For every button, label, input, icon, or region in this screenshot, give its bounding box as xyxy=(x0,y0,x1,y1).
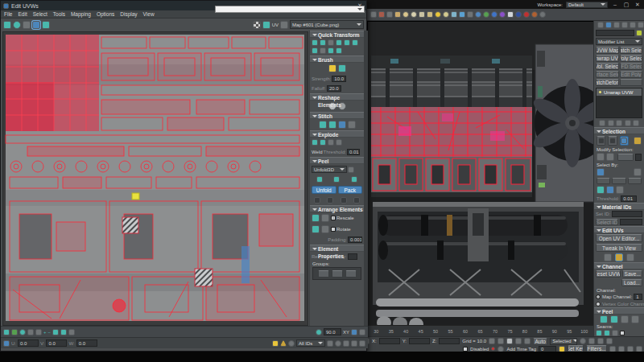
y-coordinate-field[interactable] xyxy=(409,338,430,344)
minimize-icon[interactable]: – xyxy=(611,2,619,7)
show-map-icon[interactable] xyxy=(262,21,270,29)
sphere-icon[interactable] xyxy=(402,11,409,18)
play-icon[interactable] xyxy=(506,338,513,344)
freeform-tool-icon[interactable] xyxy=(32,21,40,29)
x-coordinate-field[interactable] xyxy=(379,338,400,344)
utilities-tab-icon[interactable] xyxy=(638,22,644,28)
stitch-header[interactable]: Stitch xyxy=(310,112,364,119)
snap-icon[interactable] xyxy=(288,340,295,347)
loop-spinner[interactable] xyxy=(635,154,642,161)
rearrange-icon[interactable] xyxy=(312,225,320,233)
go-to-end-icon[interactable] xyxy=(524,338,530,344)
v-field[interactable]: 0.0 xyxy=(46,339,67,347)
shrink-icon[interactable]: − xyxy=(48,330,52,335)
reset-peel-icon[interactable] xyxy=(348,167,354,173)
edge-loop-icon[interactable] xyxy=(52,329,59,335)
grow-selection-icon[interactable] xyxy=(597,153,605,161)
align-to-edge-icon[interactable] xyxy=(328,47,334,54)
zoom-region-icon[interactable] xyxy=(343,340,349,347)
material-editor-icon[interactable] xyxy=(499,11,506,18)
edit-seams-icon[interactable] xyxy=(596,330,602,336)
uv-triangle-icon[interactable] xyxy=(626,253,634,261)
loop-button[interactable] xyxy=(617,154,634,161)
workspace-dropdown[interactable]: Default xyxy=(566,2,608,8)
menu-item[interactable]: Select xyxy=(33,11,47,17)
layer-manager-icon[interactable] xyxy=(467,11,473,18)
grow-icon[interactable]: + xyxy=(43,330,47,335)
align-element-icon[interactable] xyxy=(328,39,334,46)
polygon-subobject-button[interactable] xyxy=(620,136,629,146)
named-selection-combobox[interactable] xyxy=(215,6,365,13)
element-properties-header[interactable]: Element Properties xyxy=(310,245,364,252)
peel-mode-icon[interactable] xyxy=(610,315,618,323)
panel-scrollbar[interactable] xyxy=(364,31,368,326)
modifier-button[interactable]: Unwrap UVW xyxy=(596,55,619,62)
texture-map-dropdown[interactable]: Map #601 (Cube.png) xyxy=(290,20,364,29)
align-vertical-icon[interactable] xyxy=(320,39,326,46)
weld-all-icon[interactable] xyxy=(320,139,326,146)
by-element-icon[interactable] xyxy=(634,137,642,145)
space-vertical-icon[interactable] xyxy=(312,47,318,54)
padding-field[interactable]: 0.001 xyxy=(348,237,362,243)
falloff-field[interactable]: 20.0 xyxy=(327,85,341,92)
schematic-view-icon[interactable] xyxy=(491,11,497,18)
uv-canvas[interactable] xyxy=(2,31,308,326)
teapot-icon[interactable] xyxy=(435,11,441,18)
select-by-planar-icon[interactable] xyxy=(597,168,605,176)
falloff-type-icon[interactable] xyxy=(19,329,26,335)
quick-peel-icon[interactable] xyxy=(600,315,608,323)
make-unique-icon[interactable] xyxy=(616,120,622,126)
reset-uvws-button[interactable]: Reset UVWs xyxy=(596,270,621,278)
display-tab-icon[interactable] xyxy=(630,22,636,28)
pelt-map-icon[interactable] xyxy=(621,315,629,323)
move-tool-icon[interactable] xyxy=(3,21,11,29)
timeline[interactable]: 3035404550556065707580859095100 xyxy=(367,325,593,336)
rescale-checkbox[interactable] xyxy=(331,216,336,220)
strength-field[interactable]: 10.0 xyxy=(332,76,346,82)
absolute-mode-icon[interactable] xyxy=(3,340,10,347)
modifier-stack[interactable]: Unwrap UVW xyxy=(596,88,642,118)
modifier-button[interactable]: Poly Select xyxy=(620,55,643,62)
map-channel-radio[interactable] xyxy=(596,294,601,299)
vertex-snap-icon[interactable] xyxy=(359,329,365,335)
rotate-snap-icon[interactable] xyxy=(316,329,322,335)
object-color-swatch[interactable] xyxy=(636,30,642,36)
menu-item[interactable]: Tools xyxy=(53,11,65,17)
go-to-start-icon[interactable] xyxy=(489,338,495,344)
save-button[interactable]: Save... xyxy=(622,270,642,278)
peel-mode-icon[interactable] xyxy=(333,176,340,183)
z-coordinate-field[interactable] xyxy=(439,338,460,344)
toggle-ribbon-icon[interactable] xyxy=(475,11,481,18)
disabled-checkbox[interactable] xyxy=(463,347,468,352)
expand-uv-icon[interactable] xyxy=(606,186,614,194)
u-field[interactable]: 0.0 xyxy=(18,339,39,347)
render-icon[interactable] xyxy=(523,11,530,18)
hierarchy-tab-icon[interactable] xyxy=(613,22,620,28)
close-icon[interactable]: ✕ xyxy=(634,2,642,8)
modifier-stack-row[interactable]: Unwrap UVW xyxy=(597,88,642,96)
rotate-angle-field[interactable]: 90.0 xyxy=(324,328,341,335)
create-tab-icon[interactable] xyxy=(597,22,604,28)
falloff-space-icon[interactable] xyxy=(11,329,18,335)
expand-to-seams-icon[interactable] xyxy=(597,186,605,194)
soft-selection-icon[interactable] xyxy=(3,329,10,335)
map-channel-spinner[interactable]: 1 xyxy=(634,294,642,300)
rotate-tool-icon[interactable] xyxy=(13,21,21,29)
break-icon[interactable] xyxy=(328,139,334,146)
ungroup-button[interactable] xyxy=(332,270,343,278)
maximize-icon[interactable]: ▢ xyxy=(622,2,630,8)
menu-item[interactable]: Display xyxy=(120,11,137,17)
paint-move-brush-icon[interactable] xyxy=(328,64,336,72)
space-horizontal-icon[interactable] xyxy=(352,39,358,46)
stitch-average-icon[interactable] xyxy=(338,121,346,129)
zoom-extents-icon[interactable] xyxy=(588,338,595,344)
mirror-tool-icon[interactable] xyxy=(42,21,50,29)
lock-selection-icon[interactable] xyxy=(272,340,279,347)
next-frame-icon[interactable] xyxy=(515,338,522,344)
uv-warning-icon[interactable] xyxy=(615,253,623,261)
convert-edge-to-seam-icon[interactable] xyxy=(612,330,618,336)
vertex-subobject-button[interactable] xyxy=(597,136,605,146)
material-ids-rollout-header[interactable]: Material IDs xyxy=(594,203,644,210)
arrange-elements-header[interactable]: Arrange Elements xyxy=(310,205,364,212)
linear-align-icon[interactable] xyxy=(320,47,326,54)
